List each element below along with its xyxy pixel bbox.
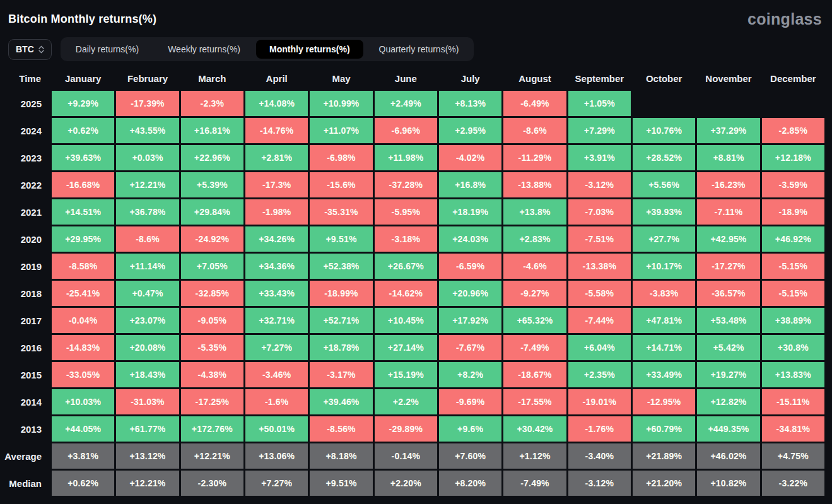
return-cell: -3.40% [568,443,631,469]
return-cell: -3.18% [375,226,437,252]
return-cell: -9.27% [503,281,566,306]
return-cell: +36.78% [116,199,179,225]
return-cell: -3.12% [568,172,631,197]
return-cell: -17.3% [245,172,308,197]
return-cell: +14.51% [52,199,114,225]
return-cell: +26.67% [375,254,437,279]
return-cell: -3.12% [568,471,631,496]
return-cell: +65.32% [503,308,566,333]
return-cell: +38.89% [762,308,824,333]
return-cell: -5.58% [568,281,631,306]
return-cell: -5.15% [762,281,824,306]
return-cell: +43.55% [116,118,179,143]
return-cell: +21.89% [633,443,695,469]
return-cell: +0.62% [52,471,114,496]
return-cell: +7.05% [181,254,243,279]
month-header-november: November [697,67,759,89]
row-label-2020: 2020 [0,226,50,252]
row-label-2024: 2024 [0,118,50,143]
return-cell: +37.29% [697,118,759,143]
return-cell: -3.17% [310,362,372,387]
return-cell: +10.45% [375,308,437,333]
return-cell: +11.98% [375,145,437,170]
return-cell: +12.82% [697,389,759,414]
return-cell: -8.6% [116,226,179,252]
return-cell: -9.05% [181,308,243,333]
return-cell: +0.03% [116,145,179,170]
return-cell: +29.95% [52,226,114,252]
return-cell: -5.15% [762,254,824,279]
return-cell: +33.49% [633,362,695,387]
tab-quarterly[interactable]: Quarterly returns(%) [366,40,472,59]
return-cell: -5.35% [181,335,243,360]
return-cell: +3.91% [568,145,631,170]
return-cell: -11.29% [503,145,566,170]
return-cell: +8.81% [697,145,759,170]
row-label-2025: 2025 [0,91,50,116]
return-cell: +2.95% [439,118,501,143]
return-cell: -7.51% [568,226,631,252]
tab-weekly[interactable]: Weekly returns(%) [155,40,254,59]
return-cell: +13.06% [245,443,308,469]
month-header-april: April [245,67,308,89]
return-cell: +2.2% [375,389,437,414]
return-cell: +12.21% [116,172,179,197]
return-cell: +42.95% [697,226,759,252]
return-cell: +9.51% [310,226,372,252]
coinglass-app: Bitcoin Monthly returns(%) coinglass BTC… [0,0,832,504]
return-cell: -31.03% [116,389,179,414]
return-cell: +10.17% [633,254,695,279]
return-cell: -0.04% [52,308,114,333]
return-cell: -7.11% [697,199,759,225]
return-cell: -3.83% [633,281,695,306]
return-cell: +15.19% [375,362,437,387]
tab-monthly[interactable]: Monthly returns(%) [256,40,363,59]
return-cell: +46.92% [762,226,824,252]
return-cell: +52.71% [310,308,372,333]
return-cell: +5.56% [633,172,695,197]
return-cell: +12.21% [116,471,179,496]
month-header-february: February [116,67,179,89]
return-cell: +11.14% [116,254,179,279]
return-cell: +9.51% [310,471,372,496]
return-cell: +1.05% [568,91,631,116]
return-cell: +2.20% [375,471,437,496]
return-cell: +12.18% [762,145,824,170]
row-label-2016: 2016 [0,335,50,360]
return-cell: +39.63% [52,145,114,170]
return-cell: +22.96% [181,145,243,170]
top-bar: Bitcoin Monthly returns(%) coinglass [0,0,832,32]
return-cell: -6.98% [310,145,372,170]
month-header-january: January [52,67,114,89]
tab-daily[interactable]: Daily returns(%) [62,40,152,59]
return-cell: +8.13% [439,91,501,116]
return-cell: +18.19% [439,199,501,225]
return-cell: -2.3% [181,91,243,116]
empty-cell [697,91,759,116]
return-cell: -0.14% [375,443,437,469]
return-cell: +18.78% [310,335,372,360]
return-cell: +10.03% [52,389,114,414]
row-label-average: Average [0,443,50,469]
controls-bar: BTC Daily returns(%)Weekly returns(%)Mon… [8,37,824,61]
return-cell: +10.82% [697,471,759,496]
row-label-2023: 2023 [0,145,50,170]
return-cell: +61.77% [116,416,179,442]
return-cell: -14.76% [245,118,308,143]
row-label-2018: 2018 [0,281,50,306]
return-cell: +20.96% [439,281,501,306]
month-header-october: October [633,67,695,89]
return-cell: +2.35% [568,362,631,387]
return-cell: +14.71% [633,335,695,360]
return-cell: +13.12% [116,443,179,469]
coinglass-logo: coinglass [747,10,822,28]
return-cell: +17.92% [439,308,501,333]
time-header: Time [0,67,50,89]
return-cell: -17.25% [181,389,243,414]
return-cell: -7.67% [439,335,501,360]
return-cell: -34.81% [762,416,824,442]
symbol-select[interactable]: BTC [8,39,52,60]
return-cell: +8.18% [310,443,372,469]
return-cell: -33.05% [52,362,114,387]
return-cell: +33.43% [245,281,308,306]
